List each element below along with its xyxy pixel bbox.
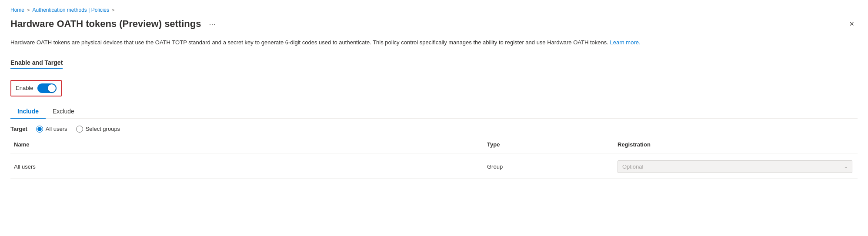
breadcrumb: Home > Authentication methods | Policies… xyxy=(10,7,858,13)
tab-exclude[interactable]: Exclude xyxy=(46,104,81,118)
target-label: Target xyxy=(10,126,27,132)
radio-select-groups[interactable]: Select groups xyxy=(76,126,120,133)
table-container: Name Type Registration All users Group O… xyxy=(10,140,858,179)
section-heading: Enable and Target xyxy=(10,59,63,69)
col-header-name: Name xyxy=(10,140,484,150)
description-text: Hardware OATH tokens are physical device… xyxy=(10,39,608,46)
cell-name: All users xyxy=(10,162,484,172)
enable-toggle[interactable] xyxy=(37,83,57,93)
table-header-row: Name Type Registration xyxy=(10,140,858,153)
breadcrumb-auth-methods[interactable]: Authentication methods | Policies xyxy=(32,7,109,13)
registration-select-wrapper: Optional Required Disabled ⌄ xyxy=(618,160,852,173)
page-title-row: Hardware OATH tokens (Preview) settings … xyxy=(10,18,218,30)
breadcrumb-separator-2: > xyxy=(112,7,114,13)
cell-type: Group xyxy=(484,162,614,172)
toggle-thumb xyxy=(48,84,56,92)
table-row: All users Group Optional Required Disabl… xyxy=(10,155,858,179)
page-description: Hardware OATH tokens are physical device… xyxy=(10,38,663,47)
breadcrumb-separator-1: > xyxy=(27,7,30,13)
tab-include[interactable]: Include xyxy=(10,104,46,118)
radio-all-users[interactable]: All users xyxy=(36,126,67,133)
col-header-type: Type xyxy=(484,140,614,150)
radio-all-users-label: All users xyxy=(46,126,67,132)
registration-select[interactable]: Optional Required Disabled xyxy=(618,160,852,173)
enable-target-section: Enable and Target xyxy=(10,59,858,73)
learn-more-link[interactable]: Learn more. xyxy=(610,39,640,46)
enable-label: Enable xyxy=(16,85,33,91)
radio-select-groups-label: Select groups xyxy=(86,126,120,132)
close-button[interactable]: × xyxy=(846,18,858,30)
target-row: Target All users Select groups xyxy=(10,126,858,133)
col-header-registration: Registration xyxy=(614,140,858,150)
radio-all-users-input[interactable] xyxy=(36,126,43,133)
page-title: Hardware OATH tokens (Preview) settings xyxy=(10,18,201,30)
tabs-row: Include Exclude xyxy=(10,104,858,119)
radio-select-groups-input[interactable] xyxy=(76,126,83,133)
cell-registration: Optional Required Disabled ⌄ xyxy=(614,159,858,175)
breadcrumb-home[interactable]: Home xyxy=(10,7,24,13)
more-options-button[interactable]: ··· xyxy=(207,19,218,30)
toggle-track xyxy=(37,83,57,93)
page-header: Hardware OATH tokens (Preview) settings … xyxy=(10,18,858,30)
enable-row: Enable xyxy=(10,80,62,96)
